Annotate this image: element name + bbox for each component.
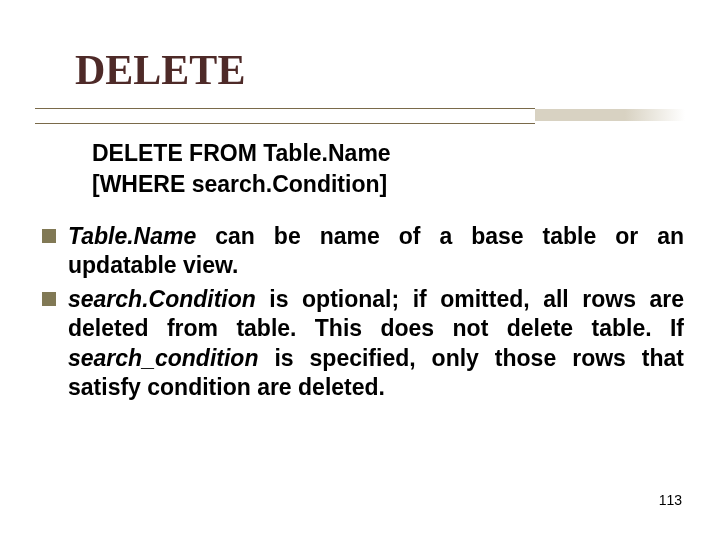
bullet-item: search.Condition is optional; if omitted… — [42, 285, 684, 403]
syntax-block: DELETE FROM Table.Name [WHERE search.Con… — [92, 138, 391, 200]
title-underline-shadow — [535, 109, 685, 121]
syntax-line-2: [WHERE search.Condition] — [92, 169, 391, 200]
syntax-line-1: DELETE FROM Table.Name — [92, 138, 391, 169]
bullet-term-2: search_condition — [68, 345, 258, 371]
bullet-list: Table.Name can be name of a base table o… — [42, 222, 684, 407]
bullet-term: Table.Name — [68, 223, 196, 249]
page-number: 113 — [659, 492, 682, 508]
bullet-item: Table.Name can be name of a base table o… — [42, 222, 684, 281]
bullet-square-icon — [42, 229, 56, 243]
slide: DELETE DELETE FROM Table.Name [WHERE sea… — [0, 0, 720, 540]
title-underline — [35, 108, 535, 124]
bullet-square-icon — [42, 292, 56, 306]
slide-title: DELETE — [75, 46, 245, 94]
bullet-term: search.Condition — [68, 286, 256, 312]
